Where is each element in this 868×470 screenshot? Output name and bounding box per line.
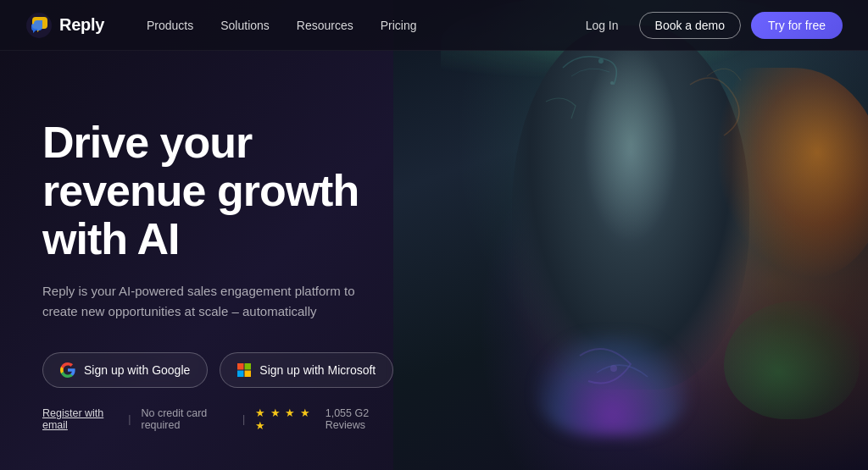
svg-point-1	[610, 81, 614, 85]
nav-resources[interactable]: Resources	[297, 19, 353, 32]
no-cc-text: No credit card required	[141, 407, 231, 431]
svg-rect-4	[237, 363, 244, 370]
microsoft-signup-button[interactable]: Sign up with Microsoft	[220, 352, 393, 388]
register-email-link[interactable]: Register with email	[42, 407, 118, 431]
hero-footer: Register with email | No credit card req…	[42, 406, 398, 432]
book-demo-button[interactable]: Book a demo	[639, 12, 742, 39]
navbar: Reply Products Solutions Resources Prici…	[0, 0, 868, 51]
hero-content: Drive your revenue growth with AI Reply …	[0, 51, 441, 470]
svg-rect-7	[245, 370, 252, 377]
nav-actions: Log In Book a demo Try for free	[576, 12, 843, 39]
logo[interactable]: Reply	[25, 12, 104, 39]
login-button[interactable]: Log In	[576, 14, 629, 37]
microsoft-icon	[237, 363, 251, 377]
nav-pricing[interactable]: Pricing	[381, 19, 417, 32]
google-icon	[60, 362, 75, 378]
hero-subtitle: Reply is your AI-powered sales engagemen…	[42, 281, 364, 322]
nav-solutions[interactable]: Solutions	[220, 19, 270, 32]
svg-rect-6	[237, 370, 244, 377]
try-free-button[interactable]: Try for free	[751, 12, 843, 39]
svg-point-2	[610, 365, 617, 372]
hero-title: Drive your revenue growth with AI	[42, 119, 398, 264]
logo-text: Reply	[59, 15, 104, 35]
nav-links: Products Solutions Resources Pricing	[147, 19, 576, 32]
svg-rect-5	[245, 363, 252, 370]
signup-buttons: Sign up with Google Sign up with Microso…	[42, 352, 398, 388]
google-signup-button[interactable]: Sign up with Google	[42, 352, 208, 388]
divider-1: |	[128, 413, 131, 425]
review-count: 1,055 G2 Reviews	[326, 407, 398, 431]
logo-icon	[25, 12, 53, 39]
divider-2: |	[242, 413, 245, 425]
nav-products[interactable]: Products	[147, 19, 193, 32]
hero-figure	[393, 0, 868, 470]
star-rating: ★ ★ ★ ★ ★	[255, 406, 315, 432]
svg-point-0	[598, 58, 604, 64]
